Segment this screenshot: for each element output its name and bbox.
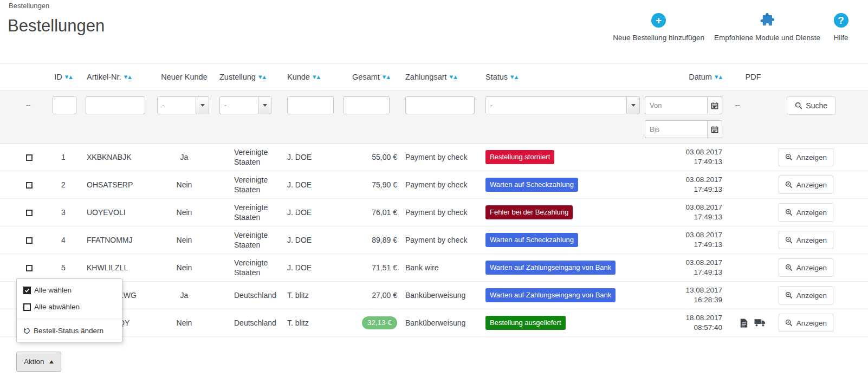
chevron-down-icon bbox=[196, 97, 209, 114]
page-title: Bestellungen bbox=[8, 16, 105, 36]
delivery-country: Deutschland bbox=[217, 290, 282, 300]
view-order-button[interactable]: Anzeigen bbox=[779, 148, 833, 166]
sort-desc-icon[interactable]: ▼ bbox=[510, 75, 514, 80]
total-filter-input[interactable] bbox=[343, 96, 390, 114]
sort-asc-icon[interactable]: ▲ bbox=[262, 75, 266, 80]
sort-asc-icon[interactable]: ▲ bbox=[386, 75, 390, 80]
column-header-id[interactable]: ID▼▲ bbox=[42, 73, 80, 81]
row-checkbox[interactable] bbox=[26, 154, 33, 161]
payment-filter-input[interactable] bbox=[405, 96, 475, 114]
view-order-button[interactable]: Anzeigen bbox=[779, 203, 833, 222]
reference-filter-input[interactable] bbox=[86, 96, 145, 114]
row-checkbox[interactable] bbox=[26, 182, 33, 189]
order-id: 2 bbox=[42, 180, 80, 190]
sort-desc-icon[interactable]: ▼ bbox=[65, 75, 69, 80]
new-customer-value: Nein bbox=[152, 180, 217, 190]
bulk-actions-menu: Alle wählen Alle abwählen Bestell-Status… bbox=[16, 278, 122, 342]
status-badge: Warten auf Scheckzahlung bbox=[485, 233, 578, 247]
table-row[interactable]: 3 UOYEVOLI Nein Vereinigte Staaten J. DO… bbox=[0, 199, 868, 226]
sort-desc-icon[interactable]: ▼ bbox=[124, 75, 128, 80]
table-row[interactable]: 7 ZKDMSNQY Nein Deutschland T. blitz 32,… bbox=[0, 309, 868, 337]
order-date: 03.08.201717:49:13 bbox=[645, 175, 729, 194]
search-button[interactable]: Suche bbox=[787, 96, 835, 115]
new-order-button[interactable]: + Neue Bestellung hinzufügen bbox=[613, 13, 704, 42]
column-header-status[interactable]: Status▼▲ bbox=[482, 73, 645, 81]
puzzle-icon bbox=[759, 13, 775, 28]
date-from-input[interactable] bbox=[645, 96, 707, 114]
sort-desc-icon[interactable]: ▼ bbox=[450, 75, 454, 80]
chevron-down-icon bbox=[626, 97, 639, 114]
menu-item-change-status[interactable]: Bestell-Status ändern bbox=[17, 322, 122, 339]
column-header-delivery[interactable]: Zustellung▼▲ bbox=[217, 73, 282, 81]
calendar-icon[interactable] bbox=[707, 96, 722, 114]
sort-asc-icon[interactable]: ▲ bbox=[515, 75, 519, 80]
order-reference: UOYEVOLI bbox=[80, 207, 152, 217]
delivery-slip-truck-icon[interactable] bbox=[754, 319, 766, 327]
column-header-new-customer: Neuer Kunde bbox=[152, 73, 217, 81]
delivery-country: Vereinigte Staaten bbox=[217, 175, 282, 194]
row-checkbox[interactable] bbox=[26, 237, 33, 244]
order-reference: KHWLILZLL bbox=[80, 263, 152, 272]
table-row[interactable]: 5 KHWLILZLL Nein Vereinigte Staaten J. D… bbox=[0, 254, 868, 282]
sort-desc-icon[interactable]: ▼ bbox=[258, 75, 262, 80]
recommended-modules-button[interactable]: Empfohlene Module und Dienste bbox=[714, 13, 820, 42]
sort-desc-icon[interactable]: ▼ bbox=[383, 75, 386, 80]
column-header-customer[interactable]: Kunde▼▲ bbox=[282, 73, 341, 81]
delivery-country: Vereinigte Staaten bbox=[217, 230, 282, 250]
sort-asc-icon[interactable]: ▲ bbox=[454, 75, 457, 80]
filter-row: -- - - - bbox=[0, 90, 868, 144]
table-row[interactable]: 2 OHSATSERP Nein Vereinigte Staaten J. D… bbox=[0, 171, 868, 199]
zoom-in-icon bbox=[785, 209, 793, 216]
sort-asc-icon[interactable]: ▲ bbox=[69, 75, 73, 80]
new-order-label: Neue Bestellung hinzufügen bbox=[613, 34, 704, 42]
view-order-button[interactable]: Anzeigen bbox=[779, 314, 833, 332]
search-icon bbox=[795, 102, 802, 109]
menu-item-deselect-all[interactable]: Alle abwählen bbox=[17, 298, 122, 315]
zoom-in-icon bbox=[785, 264, 793, 271]
view-order-button[interactable]: Anzeigen bbox=[779, 286, 833, 304]
delivery-filter-select[interactable]: - bbox=[219, 96, 271, 114]
new-customer-value: Nein bbox=[152, 318, 217, 328]
order-id: 3 bbox=[42, 207, 80, 217]
column-header-payment[interactable]: Zahlungsart▼▲ bbox=[401, 73, 482, 81]
row-checkbox[interactable] bbox=[26, 210, 33, 216]
column-header-total[interactable]: Gesamt▼▲ bbox=[341, 73, 401, 81]
sort-asc-icon[interactable]: ▲ bbox=[128, 75, 132, 80]
table-row[interactable]: 1 XKBKNABJK Ja Vereinigte Staaten J. DOE… bbox=[0, 144, 868, 171]
order-total: 89,89 € bbox=[341, 235, 401, 245]
table-header: ID▼▲ Artikel-Nr.▼▲ Neuer Kunde Zustellun… bbox=[0, 63, 868, 90]
plus-circle-icon: + bbox=[651, 13, 666, 28]
column-header-date[interactable]: Datum▼▲ bbox=[645, 73, 729, 81]
new-customer-value: Ja bbox=[152, 152, 217, 162]
menu-item-select-all[interactable]: Alle wählen bbox=[17, 282, 122, 298]
status-badge: Warten auf Scheckzahlung bbox=[485, 178, 578, 192]
view-order-button[interactable]: Anzeigen bbox=[779, 231, 833, 249]
breadcrumb[interactable]: Bestellungen bbox=[9, 2, 49, 10]
order-date: 03.08.201717:49:13 bbox=[645, 147, 729, 167]
customer-filter-input[interactable] bbox=[287, 96, 334, 114]
recommended-modules-label: Empfohlene Module und Dienste bbox=[714, 34, 820, 42]
order-total: 76,01 € bbox=[341, 207, 401, 217]
table-row[interactable]: 6 UDMBNJKWG Ja Deutschland T. blitz 27,0… bbox=[0, 282, 868, 309]
sort-desc-icon[interactable]: ▼ bbox=[313, 75, 316, 80]
checked-checkbox-icon bbox=[23, 287, 31, 294]
row-checkbox[interactable] bbox=[26, 265, 33, 271]
view-order-button[interactable]: Anzeigen bbox=[779, 258, 833, 277]
order-date: 03.08.201717:49:13 bbox=[645, 203, 729, 222]
date-to-input[interactable] bbox=[645, 120, 707, 138]
id-filter-input[interactable] bbox=[53, 96, 76, 114]
view-order-button[interactable]: Anzeigen bbox=[779, 176, 833, 194]
sort-asc-icon[interactable]: ▲ bbox=[316, 75, 320, 80]
customer-name: J. DOE bbox=[282, 263, 341, 272]
invoice-pdf-icon[interactable] bbox=[740, 319, 748, 328]
bulk-actions-button[interactable]: Aktion bbox=[16, 352, 61, 372]
order-date: 03.08.201717:49:13 bbox=[645, 258, 729, 277]
column-header-reference[interactable]: Artikel-Nr.▼▲ bbox=[80, 73, 152, 81]
new-customer-filter-select[interactable]: - bbox=[157, 96, 209, 114]
help-button[interactable]: ? Hilfe bbox=[830, 13, 852, 42]
calendar-icon[interactable] bbox=[707, 120, 722, 138]
sort-desc-icon[interactable]: ▼ bbox=[715, 75, 718, 80]
sort-asc-icon[interactable]: ▲ bbox=[718, 75, 722, 80]
table-row[interactable]: 4 FFATNOMMJ Nein Vereinigte Staaten J. D… bbox=[0, 226, 868, 254]
status-filter-select[interactable]: - bbox=[485, 96, 640, 114]
